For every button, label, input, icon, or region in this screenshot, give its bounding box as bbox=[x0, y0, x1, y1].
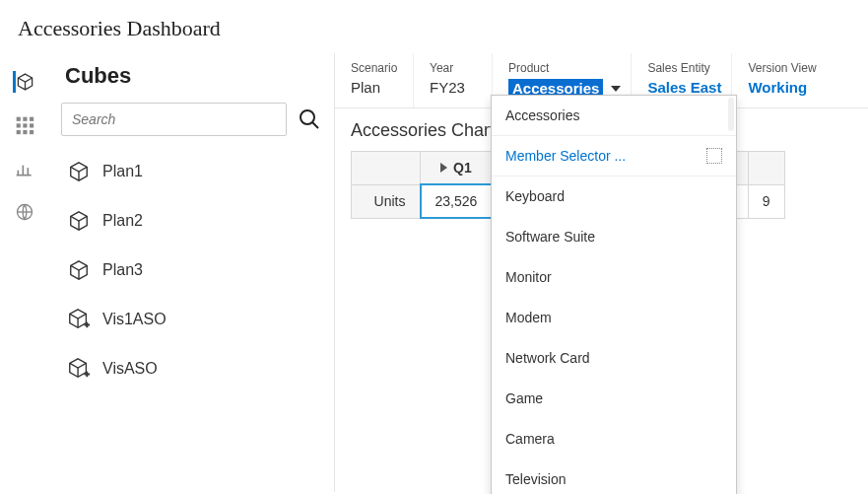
pov-value: Plan bbox=[351, 79, 403, 96]
grid-col-header[interactable]: Q1 bbox=[421, 152, 493, 185]
pov-value: Sales East bbox=[647, 79, 721, 96]
cube-item-visaso[interactable]: VisASO bbox=[61, 347, 326, 390]
nav-rail bbox=[0, 53, 49, 492]
cube-item-label: Plan3 bbox=[102, 261, 143, 279]
product-dropdown: Accessories Member Selector ... Keyboard… bbox=[491, 95, 737, 494]
cube-item-vis1aso[interactable]: Vis1ASO bbox=[61, 298, 326, 341]
dropdown-item[interactable]: Software Suite bbox=[492, 217, 736, 257]
dropdown-item[interactable]: Modem bbox=[492, 298, 736, 338]
cube-item-label: VisASO bbox=[102, 360, 158, 378]
grid-row-header[interactable]: Units bbox=[352, 184, 421, 218]
scrollbar[interactable] bbox=[728, 98, 734, 131]
page-header: Accessories Dashboard bbox=[0, 0, 868, 53]
cube-item-plan3[interactable]: Plan3 bbox=[61, 248, 326, 292]
dropdown-item[interactable]: Keyboard bbox=[492, 176, 736, 217]
cube-icon bbox=[67, 258, 91, 282]
member-selector-label: Member Selector ... bbox=[505, 148, 626, 164]
dropdown-member-selector[interactable]: Member Selector ... bbox=[492, 136, 736, 176]
cube-item-plan1[interactable]: Plan1 bbox=[61, 150, 326, 193]
dropdown-item[interactable]: Game bbox=[492, 379, 736, 419]
pov-scenario[interactable]: Scenario Plan bbox=[335, 53, 414, 107]
main-content: Scenario Plan Year FY23 Product Accessor… bbox=[335, 53, 868, 492]
search-input[interactable] bbox=[61, 103, 287, 136]
expand-icon bbox=[440, 163, 447, 173]
dropdown-item[interactable]: Network Card bbox=[492, 338, 736, 379]
pov-label: Product bbox=[508, 61, 621, 75]
grid-corner bbox=[352, 152, 421, 185]
pov-label: Version View bbox=[748, 61, 816, 75]
svg-rect-5 bbox=[30, 123, 33, 127]
bars-icon[interactable] bbox=[14, 158, 35, 179]
pov-value: Working bbox=[748, 79, 816, 96]
svg-rect-1 bbox=[23, 117, 27, 121]
svg-point-10 bbox=[300, 110, 314, 124]
pov-version-view[interactable]: Version View Working bbox=[732, 53, 826, 107]
pov-label: Year bbox=[430, 61, 482, 75]
cube-plus-icon bbox=[67, 357, 91, 381]
sidebar: Cubes Plan1 Plan2 Plan3 Vis1ASO bbox=[49, 53, 335, 492]
cube-list: Plan1 Plan2 Plan3 Vis1ASO VisASO bbox=[61, 150, 326, 390]
selector-icon bbox=[706, 148, 722, 164]
cube-item-label: Vis1ASO bbox=[102, 311, 167, 328]
cube-item-plan2[interactable]: Plan2 bbox=[61, 199, 326, 243]
svg-rect-3 bbox=[17, 123, 21, 127]
dropdown-item[interactable]: Television bbox=[492, 459, 736, 494]
dropdown-item-accessories[interactable]: Accessories bbox=[492, 96, 736, 136]
grid-col-end bbox=[748, 152, 784, 185]
svg-rect-7 bbox=[23, 130, 27, 134]
cube-icon bbox=[67, 209, 91, 233]
grid-cell[interactable]: 9 bbox=[748, 184, 784, 218]
dropdown-item[interactable]: Monitor bbox=[492, 257, 736, 298]
cube-item-label: Plan2 bbox=[102, 212, 143, 230]
grid-cell-selected[interactable]: 23,526 bbox=[421, 184, 493, 218]
cube-icon bbox=[67, 160, 91, 183]
pov-label: Sales Entity bbox=[647, 61, 721, 75]
cube-icon[interactable] bbox=[13, 71, 34, 93]
svg-rect-8 bbox=[30, 130, 33, 134]
globe-icon[interactable] bbox=[14, 201, 35, 223]
pov-label: Scenario bbox=[351, 61, 403, 75]
dropdown-item[interactable]: Camera bbox=[492, 419, 736, 459]
pov-value: FY23 bbox=[430, 79, 482, 96]
svg-rect-2 bbox=[30, 117, 33, 121]
svg-rect-0 bbox=[17, 117, 21, 121]
chevron-down-icon bbox=[611, 86, 621, 92]
svg-rect-4 bbox=[23, 123, 27, 127]
svg-rect-6 bbox=[17, 130, 21, 134]
search-icon[interactable] bbox=[293, 103, 326, 136]
page-title: Accessories Dashboard bbox=[18, 16, 850, 41]
pov-year[interactable]: Year FY23 bbox=[414, 53, 493, 107]
sidebar-title: Cubes bbox=[61, 63, 326, 89]
cube-plus-icon bbox=[67, 308, 91, 331]
grid-icon[interactable] bbox=[14, 114, 35, 136]
cube-item-label: Plan1 bbox=[102, 163, 143, 180]
